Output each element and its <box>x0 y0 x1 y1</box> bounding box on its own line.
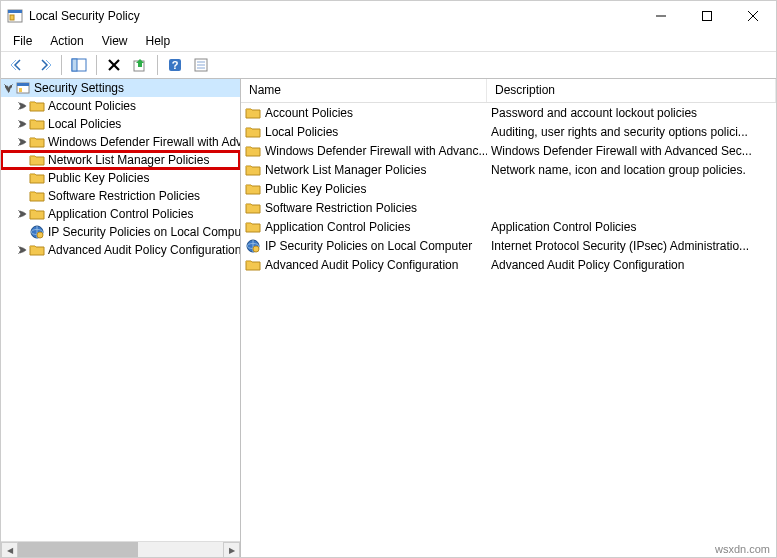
properties-button[interactable] <box>189 53 213 77</box>
svg-text:?: ? <box>172 59 179 71</box>
expander-icon[interactable]: ⮞ <box>17 119 29 130</box>
list-cell-name: Windows Defender Firewall with Advanc... <box>241 143 487 159</box>
list-cell-name: Software Restriction Policies <box>241 200 487 216</box>
tree-node-label: Windows Defender Firewall with Advanced … <box>48 135 240 149</box>
menu-help[interactable]: Help <box>138 32 179 50</box>
expander-icon[interactable]: ⮞ <box>17 101 29 112</box>
tree-node-label: Network List Manager Policies <box>48 153 209 167</box>
toolbar-separator <box>96 55 97 75</box>
tree-node[interactable]: ⮞Windows Defender Firewall with Advanced… <box>1 133 240 151</box>
expander-icon[interactable]: ⮞ <box>17 137 29 148</box>
folder-icon <box>29 98 45 114</box>
tree-node-label: Public Key Policies <box>48 171 149 185</box>
expander-icon[interactable]: ⮟ <box>3 83 15 94</box>
tree-node[interactable]: Network List Manager Policies <box>1 151 240 169</box>
list-row[interactable]: Local PoliciesAuditing, user rights and … <box>241 122 776 141</box>
folder-icon <box>245 105 261 121</box>
scrollbar-thumb[interactable] <box>18 542 138 559</box>
close-button[interactable] <box>730 1 776 31</box>
column-header-description[interactable]: Description <box>487 79 776 102</box>
help-button[interactable]: ? <box>163 53 187 77</box>
expander-icon[interactable]: ⮞ <box>17 209 29 220</box>
tree-node[interactable]: ⮞Account Policies <box>1 97 240 115</box>
list-cell-name: Network List Manager Policies <box>241 162 487 178</box>
list-cell-description: Network name, icon and location group po… <box>487 163 776 177</box>
folder-icon <box>29 170 45 186</box>
list-row[interactable]: Account PoliciesPassword and account loc… <box>241 103 776 122</box>
app-icon <box>7 8 23 24</box>
list-item-label: Application Control Policies <box>265 220 410 234</box>
menu-file[interactable]: File <box>5 32 40 50</box>
svg-rect-8 <box>72 59 77 71</box>
tree-node[interactable]: IP Security Policies on Local Computer <box>1 223 240 241</box>
svg-rect-19 <box>17 83 29 86</box>
column-header-name[interactable]: Name <box>241 79 487 102</box>
folder-icon <box>245 257 261 273</box>
maximize-button[interactable] <box>684 1 730 31</box>
menu-view[interactable]: View <box>94 32 136 50</box>
title-bar: Local Security Policy <box>1 1 776 31</box>
svg-rect-4 <box>703 12 712 21</box>
svg-rect-2 <box>10 15 14 20</box>
list-row[interactable]: Network List Manager PoliciesNetwork nam… <box>241 160 776 179</box>
folder-icon <box>29 134 45 150</box>
list-row[interactable]: Public Key Policies <box>241 179 776 198</box>
list-row[interactable]: IP Security Policies on Local ComputerIn… <box>241 236 776 255</box>
tree-root-security-settings[interactable]: ⮟ Security Settings <box>1 79 240 97</box>
expander-icon[interactable]: ⮞ <box>17 245 29 256</box>
tree-node-label: Software Restriction Policies <box>48 189 200 203</box>
folder-icon <box>29 188 45 204</box>
list-cell-name: Account Policies <box>241 105 487 121</box>
svg-point-23 <box>37 232 43 238</box>
tree-node[interactable]: Software Restriction Policies <box>1 187 240 205</box>
menu-action[interactable]: Action <box>42 32 91 50</box>
scroll-right-button[interactable]: ▶ <box>223 542 240 559</box>
list-cell-description: Advanced Audit Policy Configuration <box>487 258 776 272</box>
back-button[interactable] <box>6 53 30 77</box>
list-cell-description: Application Control Policies <box>487 220 776 234</box>
list-row[interactable]: Windows Defender Firewall with Advanc...… <box>241 141 776 160</box>
tree-node[interactable]: ⮞Local Policies <box>1 115 240 133</box>
tree-node[interactable]: ⮞Advanced Audit Policy Configuration <box>1 241 240 259</box>
menu-bar: File Action View Help <box>1 31 776 51</box>
ipsec-icon <box>29 224 45 240</box>
scrollbar-track[interactable] <box>18 542 223 559</box>
folder-icon <box>245 162 261 178</box>
forward-button[interactable] <box>32 53 56 77</box>
list-cell-description: Windows Defender Firewall with Advanced … <box>487 144 776 158</box>
folder-icon <box>245 219 261 235</box>
main-area: ⮟ Security Settings ⮞Account Policies⮞Lo… <box>1 79 776 558</box>
scroll-left-button[interactable]: ◀ <box>1 542 18 559</box>
list-item-label: Local Policies <box>265 125 338 139</box>
tree-node[interactable]: ⮞Application Control Policies <box>1 205 240 223</box>
folder-icon <box>245 200 261 216</box>
folder-icon <box>29 242 45 258</box>
folder-icon <box>245 181 261 197</box>
list-row[interactable]: Software Restriction Policies <box>241 198 776 217</box>
window-title: Local Security Policy <box>29 9 638 23</box>
tree-node-label: Application Control Policies <box>48 207 193 221</box>
list-cell-name: Application Control Policies <box>241 219 487 235</box>
show-hide-tree-button[interactable] <box>67 53 91 77</box>
tree-node[interactable]: Public Key Policies <box>1 169 240 187</box>
toolbar-separator <box>157 55 158 75</box>
horizontal-scrollbar[interactable]: ◀ ▶ <box>1 541 240 558</box>
list-item-label: Advanced Audit Policy Configuration <box>265 258 458 272</box>
list-cell-description: Password and account lockout policies <box>487 106 776 120</box>
minimize-button[interactable] <box>638 1 684 31</box>
list-row[interactable]: Application Control PoliciesApplication … <box>241 217 776 236</box>
folder-icon <box>245 143 261 159</box>
delete-button[interactable] <box>102 53 126 77</box>
svg-rect-1 <box>8 10 22 13</box>
tree-pane: ⮟ Security Settings ⮞Account Policies⮞Lo… <box>1 79 241 558</box>
export-button[interactable] <box>128 53 152 77</box>
tree-node-label: IP Security Policies on Local Computer <box>48 225 240 239</box>
watermark: wsxdn.com <box>715 543 770 555</box>
tree-node-label: Local Policies <box>48 117 121 131</box>
ipsec-icon <box>245 238 261 254</box>
svg-rect-20 <box>19 88 22 92</box>
list-cell-name: Advanced Audit Policy Configuration <box>241 257 487 273</box>
list-row[interactable]: Advanced Audit Policy ConfigurationAdvan… <box>241 255 776 274</box>
list-header: Name Description <box>241 79 776 103</box>
list-item-label: IP Security Policies on Local Computer <box>265 239 472 253</box>
